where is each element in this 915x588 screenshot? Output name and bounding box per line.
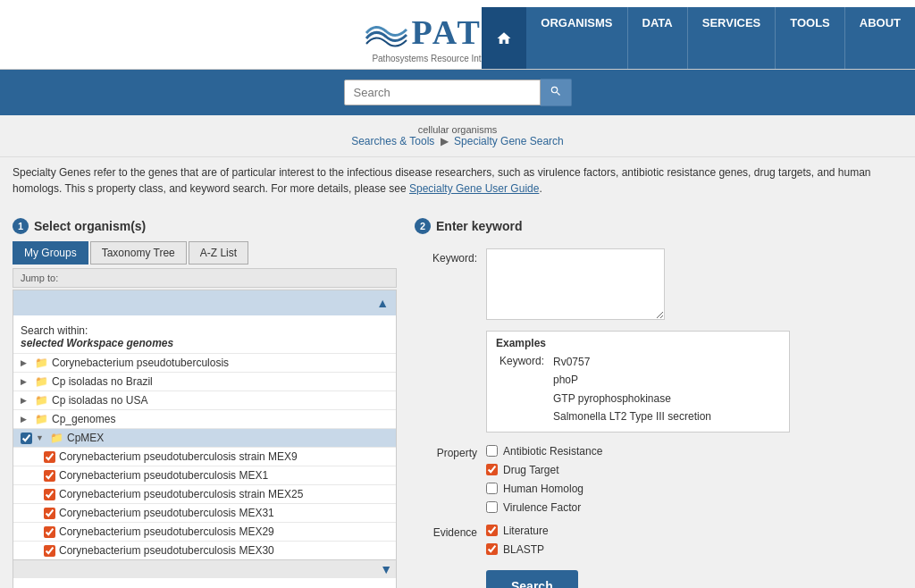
human-homolog-label: Human Homolog [503,483,583,495]
expand-footer-icon[interactable]: ▼ [380,562,392,576]
organism-list-container[interactable]: ▲ Search within: selected Workspace geno… [13,290,397,588]
keyword-row: Keyword: [415,248,902,320]
nav-organisms[interactable]: ORGANISMS [526,7,627,69]
expand-icon[interactable]: ▶ [21,377,31,386]
examples-inner: Keyword: Rv0757 phoP GTP pyrophosphokina… [496,353,780,426]
breadcrumb-area: cellular organisms Searches & Tools ▶ Sp… [0,115,915,156]
expand-icon[interactable]: ▶ [21,415,31,424]
main-search-button[interactable]: Search [486,570,578,588]
breadcrumb-top: cellular organisms [9,124,906,135]
step2-title: Enter keyword [436,219,522,233]
mex25-checkbox[interactable] [44,489,55,500]
blastp-checkbox[interactable] [486,543,498,555]
step2-header: 2 Enter keyword [415,218,902,234]
virulence-checkbox[interactable] [486,501,498,513]
property-row: Property Antibiotic Resistance Drug Targ… [415,445,902,514]
mex29-checkbox[interactable] [44,526,55,538]
evidence-blastp[interactable]: BLASTP [486,543,549,556]
property-human-homolog[interactable]: Human Homolog [486,483,602,495]
step1-number: 1 [13,218,29,234]
list-item-label: Corynebacterium pseudotuberculosis MEX29 [59,525,274,538]
nav-tools[interactable]: TOOLS [776,7,845,69]
list-item-label: Cp isoladas no USA [52,394,147,407]
breadcrumb-separator: ▶ [441,135,449,147]
expand-icon[interactable]: ▶ [21,358,31,367]
step1-title: Select organism(s) [34,219,146,233]
jump-to-label: Jump to: [21,273,58,283]
search-btn-row: Search [486,570,902,588]
virulence-label: Virulence Factor [503,501,581,514]
examples-box: Examples Keyword: Rv0757 phoP GTP pyroph… [486,331,790,433]
list-item[interactable]: ▶ 📁 Cp isoladas no Brazil [13,372,396,391]
specialty-guide-link[interactable]: Specialty Gene User Guide [409,182,539,195]
mex30-checkbox[interactable] [44,545,55,557]
list-item-label: Corynebacterium pseudotuberculosis strai… [59,488,303,500]
nav-about[interactable]: ABOUT [845,7,915,69]
examples-keyword-label: Keyword: [496,353,544,367]
examples-values: Rv0757 phoP GTP pyrophosphokinase Salmon… [553,353,711,426]
keyword-input[interactable] [486,248,665,320]
antibiotic-label: Antibiotic Resistance [503,445,602,458]
list-item[interactable]: ▶ 📁 Cp isoladas no USA [13,391,396,409]
antibiotic-checkbox[interactable] [486,445,498,457]
search-input[interactable] [344,80,541,105]
header-top: PATRIC Pathosystems Resource Integration… [0,7,915,69]
list-item[interactable]: Corynebacterium pseudotuberculosis MEX31 [13,503,396,522]
folder-icon: 📁 [35,413,48,425]
expand-icon[interactable]: ▼ [36,433,46,442]
evidence-row: Evidence Literature BLASTP [415,525,902,556]
list-item-label: Corynebacterium pseudotuberculosis MEX1 [59,469,268,482]
list-item[interactable]: Corynebacterium pseudotuberculosis strai… [13,447,396,466]
list-item-label: Cp_genomes [52,413,115,425]
literature-checkbox[interactable] [486,525,498,536]
property-drug-target[interactable]: Drug Target [486,464,602,476]
cpmex-checkbox[interactable] [21,433,32,444]
tab-my-groups[interactable]: My Groups [13,241,88,265]
tab-az-list[interactable]: A-Z List [189,241,248,265]
property-label: Property [415,445,477,459]
example-3: GTP pyrophosphokinase [553,390,711,407]
list-item[interactable]: Corynebacterium pseudotuberculosis MEX30 [13,541,396,559]
property-antibiotic[interactable]: Antibiotic Resistance [486,445,602,458]
evidence-label: Evidence [415,525,477,539]
list-item[interactable]: ▶ 📁 Cp_genomes [13,409,396,428]
list-item[interactable]: Corynebacterium pseudotuberculosis MEX1 [13,466,396,484]
description: Specialty Genes refer to the genes that … [0,156,915,204]
drug-target-label: Drug Target [503,464,558,476]
main-content: 1 Select organism(s) My Groups Taxonomy … [0,204,915,588]
collapse-icon[interactable]: ▲ [376,296,389,310]
human-homolog-checkbox[interactable] [486,483,498,494]
property-virulence[interactable]: Virulence Factor [486,501,602,514]
list-item[interactable]: Corynebacterium pseudotuberculosis strai… [13,484,396,503]
example-2: phoP [553,371,711,389]
mex31-checkbox[interactable] [44,508,55,519]
mex9-checkbox[interactable] [44,451,55,463]
search-bar-container [0,70,915,115]
list-item-label: CpMEX [67,432,104,444]
literature-label: Literature [503,525,549,537]
list-item[interactable]: Corynebacterium pseudotuberculosis MEX29 [13,522,396,541]
keyword-label: Keyword: [415,248,477,265]
nav-services[interactable]: SERVICES [688,7,776,69]
list-item-label: Corynebacterium pseudotuberculosis MEX31 [59,507,274,519]
organism-tabs: My Groups Taxonomy Tree A-Z List [13,241,397,265]
list-item[interactable]: ▶ 📁 Corynebacterium pseudotuberculosis [13,353,396,372]
property-options: Antibiotic Resistance Drug Target Human … [486,445,602,514]
example-1: Rv0757 [553,353,711,371]
nav-home-button[interactable] [482,7,526,69]
folder-icon: 📁 [50,432,63,444]
expand-icon[interactable]: ▶ [21,396,31,405]
jump-to-bar: Jump to: [13,268,397,288]
evidence-literature[interactable]: Literature [486,525,549,537]
drug-target-checkbox[interactable] [486,464,498,475]
search-within-value: selected Workspace genomes [21,337,173,349]
nav-data[interactable]: DATA [628,7,688,69]
mex1-checkbox[interactable] [44,470,55,482]
tab-taxonomy-tree[interactable]: Taxonomy Tree [90,241,187,265]
breadcrumb-searches-link[interactable]: Searches & Tools [351,135,434,147]
search-icon [550,85,562,97]
search-within-section: Search within: selected Workspace genome… [13,315,396,353]
list-item[interactable]: ▼ 📁 CpMEX [13,428,396,447]
search-submit-button[interactable] [541,79,572,106]
breadcrumb-specialty-link[interactable]: Specialty Gene Search [454,135,564,147]
